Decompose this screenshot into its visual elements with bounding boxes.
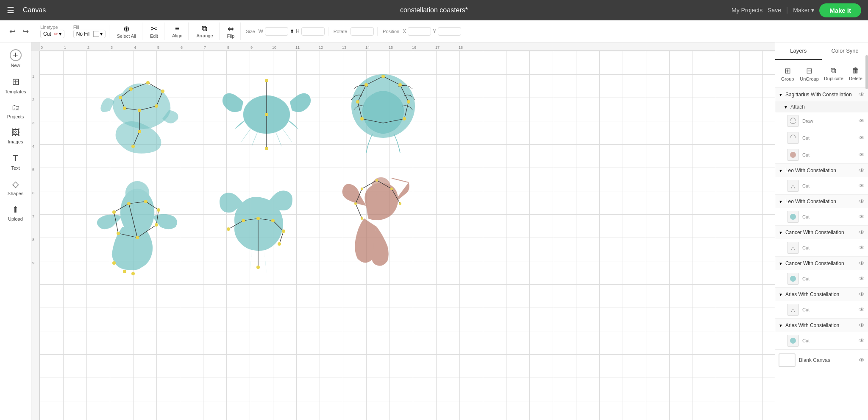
leo1-eye-sub-icon[interactable]: 👁 bbox=[859, 182, 865, 189]
canvas-area[interactable]: 0 1 2 3 4 5 6 7 8 9 10 11 12 13 14 15 16… bbox=[31, 42, 775, 420]
cancer2-eye-sub-icon[interactable]: 👁 bbox=[859, 275, 865, 282]
svg-point-50 bbox=[127, 202, 131, 205]
undo-button[interactable]: ↩ bbox=[7, 25, 18, 38]
height-input[interactable] bbox=[301, 27, 325, 36]
leo2-eye-sub-icon[interactable]: 👁 bbox=[859, 213, 865, 220]
divider: | bbox=[786, 6, 788, 14]
leo1-eye-icon[interactable]: 👁 bbox=[859, 167, 865, 174]
sidebar-item-shapes[interactable]: ◇ Shapes bbox=[2, 176, 29, 199]
sidebar-item-new[interactable]: + New bbox=[2, 46, 29, 71]
undo-redo-group: ↩ ↪ bbox=[3, 25, 35, 38]
svg-point-58 bbox=[131, 272, 135, 275]
leo1-cut-item[interactable]: Cut 👁 bbox=[775, 177, 868, 194]
top-bar: ☰ Canvas constellation coasters* My Proj… bbox=[0, 0, 868, 20]
linetype-label: Linetype bbox=[40, 25, 58, 30]
shapes-icon: ◇ bbox=[12, 179, 19, 189]
y-input[interactable] bbox=[438, 27, 461, 36]
maker-btn[interactable]: Maker ▾ bbox=[793, 7, 814, 14]
aries1-eye-icon[interactable]: 👁 bbox=[859, 291, 865, 298]
select-all-button[interactable]: ⊕ Select All bbox=[114, 22, 139, 40]
edit-button[interactable]: ✂ Edit bbox=[147, 22, 161, 40]
pisces-illustration bbox=[97, 68, 186, 161]
layer-group-sagittarius-header[interactable]: ▼ Sagittarius With Constellation 👁 bbox=[775, 88, 868, 101]
aries2-cut-label: Cut bbox=[802, 338, 855, 343]
aries1-cut-item[interactable]: Cut 👁 bbox=[775, 301, 868, 318]
sidebar-item-upload[interactable]: ⬆ Upload bbox=[2, 201, 29, 225]
linetype-group: Linetype Cut ✏ ▾ bbox=[37, 25, 68, 38]
save-link[interactable]: Save bbox=[768, 7, 781, 14]
cancer1-cut-item[interactable]: Cut 👁 bbox=[775, 239, 868, 256]
redo-button[interactable]: ↪ bbox=[20, 25, 31, 38]
svg-point-17 bbox=[131, 145, 135, 148]
sagittarius-draw-item[interactable]: Draw 👁 bbox=[775, 112, 868, 129]
layer-group-cancer1-header[interactable]: ▼ Cancer With Constellation 👁 bbox=[775, 226, 868, 239]
sidebar-item-text[interactable]: T Text bbox=[2, 149, 29, 174]
aries2-eye-sub-icon[interactable]: 👁 bbox=[859, 337, 865, 344]
my-projects-link[interactable]: My Projects bbox=[732, 7, 762, 14]
cancer1-eye-icon[interactable]: 👁 bbox=[859, 229, 865, 236]
sagittarius-cut2-label: Cut bbox=[802, 152, 855, 157]
cancer2-cut-item[interactable]: Cut 👁 bbox=[775, 270, 868, 287]
layer-group-leo1-header[interactable]: ▼ Leo With Constellation 👁 bbox=[775, 164, 868, 177]
sagittarius-cut1-item[interactable]: Cut 👁 bbox=[775, 129, 868, 146]
aries1-chevron-icon: ▼ bbox=[779, 292, 783, 297]
sagittarius-cut2-thumb bbox=[787, 149, 799, 161]
layer-group-cancer2-header[interactable]: ▼ Cancer With Constellation 👁 bbox=[775, 257, 868, 270]
sidebar-item-projects[interactable]: 🗂 Projects bbox=[2, 99, 29, 123]
aries2-eye-icon[interactable]: 👁 bbox=[859, 322, 865, 329]
make-it-button[interactable]: Make It bbox=[819, 3, 861, 17]
flip-group: ⇔ Flip bbox=[221, 22, 241, 40]
layer-group-aries1-header[interactable]: ▼ Aries With Constellation 👁 bbox=[775, 288, 868, 301]
svg-point-22 bbox=[265, 113, 268, 116]
sidebar-item-images[interactable]: 🖼 Images bbox=[2, 124, 29, 148]
toolbar: ↩ ↪ Linetype Cut ✏ ▾ Fill No Fill ▾ ⊕ Se… bbox=[0, 20, 868, 42]
sagittarius-cut1-eye-icon[interactable]: 👁 bbox=[859, 134, 865, 141]
layer-group-aries2-header[interactable]: ▼ Aries With Constellation 👁 bbox=[775, 319, 868, 332]
x-input[interactable] bbox=[408, 27, 431, 36]
attach-sub-header[interactable]: ▼ Attach bbox=[775, 101, 868, 112]
rotate-label: Rotate bbox=[334, 29, 347, 34]
aries2-cut-item[interactable]: Cut 👁 bbox=[775, 332, 868, 349]
svg-point-67 bbox=[256, 217, 260, 220]
cancer1-eye-sub-icon[interactable]: 👁 bbox=[859, 244, 865, 251]
linetype-select[interactable]: Cut ✏ ▾ bbox=[40, 30, 64, 38]
blank-canvas-item[interactable]: Blank Canvas 👁 bbox=[775, 350, 868, 370]
blank-canvas-eye-icon[interactable]: 👁 bbox=[859, 357, 865, 364]
layer-group-leo2-header[interactable]: ▼ Leo With Constellation 👁 bbox=[775, 195, 868, 208]
sagittarius-draw-eye-icon[interactable]: 👁 bbox=[859, 118, 865, 124]
layer-group-aries2: ▼ Aries With Constellation 👁 Cut 👁 bbox=[775, 319, 868, 350]
svg-point-57 bbox=[123, 270, 126, 273]
leo2-cut-item[interactable]: Cut 👁 bbox=[775, 208, 868, 225]
cancer2-eye-icon[interactable]: 👁 bbox=[859, 260, 865, 267]
svg-point-85 bbox=[790, 152, 796, 158]
h-label: H bbox=[296, 28, 300, 34]
rotate-input[interactable] bbox=[351, 27, 374, 36]
images-icon: 🖼 bbox=[11, 128, 20, 137]
sagittarius-eye-icon[interactable]: 👁 bbox=[859, 91, 865, 98]
group-button[interactable]: ⊞ Group bbox=[779, 64, 796, 84]
tab-layers[interactable]: Layers bbox=[775, 42, 822, 60]
sagittarius-cut2-eye-icon[interactable]: 👁 bbox=[859, 151, 865, 158]
duplicate-button[interactable]: ⧉ Duplicate bbox=[822, 64, 845, 84]
flip-button[interactable]: ⇔ Flip bbox=[225, 22, 237, 40]
w-stepper-icon[interactable]: ⬆ bbox=[290, 28, 294, 34]
align-button[interactable]: ≡ Align bbox=[170, 22, 185, 40]
arrange-button[interactable]: ⧉ Arrange bbox=[194, 22, 215, 40]
aries1-eye-sub-icon[interactable]: 👁 bbox=[859, 306, 865, 313]
svg-point-14 bbox=[123, 106, 126, 110]
layer-group-leo1: ▼ Leo With Constellation 👁 Cut 👁 bbox=[775, 164, 868, 195]
align-label: Align bbox=[172, 33, 182, 38]
tab-color-sync[interactable]: Color Sync bbox=[822, 42, 868, 60]
hamburger-menu[interactable]: ☰ bbox=[7, 5, 14, 15]
fill-select[interactable]: No Fill ▾ bbox=[73, 30, 106, 38]
width-input[interactable] bbox=[265, 27, 288, 36]
layer-group-sagittarius: ▼ Sagittarius With Constellation 👁 ▼ Att… bbox=[775, 88, 868, 164]
leo2-eye-icon[interactable]: 👁 bbox=[859, 198, 865, 205]
delete-button[interactable]: 🗑 Delete bbox=[847, 64, 865, 84]
ungroup-button[interactable]: ⊟ UnGroup bbox=[798, 64, 821, 84]
fill-label: Fill bbox=[73, 25, 79, 30]
cancer1-chevron-icon: ▼ bbox=[779, 230, 783, 235]
sidebar-item-templates[interactable]: ⊞ Templates bbox=[2, 73, 29, 98]
sagittarius-cut2-item[interactable]: Cut 👁 bbox=[775, 146, 868, 163]
text-icon: T bbox=[13, 153, 18, 164]
